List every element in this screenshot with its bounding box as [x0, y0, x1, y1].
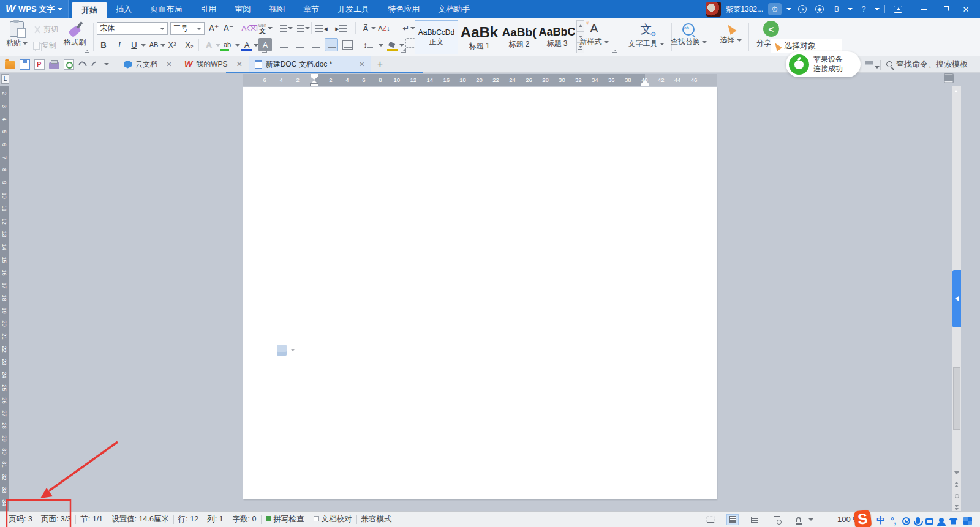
new-tab-button[interactable]: + [371, 59, 389, 70]
username[interactable]: 紫菜1382... [726, 4, 763, 15]
eye-protect-lamp-icon[interactable] [793, 514, 805, 525]
style-cell-2[interactable]: AaBb(标题 2 [500, 20, 538, 54]
restore-button[interactable] [937, 3, 953, 15]
command-search[interactable]: 查找命令、搜索模板 [886, 59, 968, 70]
ribbon-tab-8[interactable]: 特色应用 [379, 0, 429, 18]
format-painter-button[interactable]: 格式刷 [64, 21, 86, 48]
sidebar-toggle[interactable] [952, 270, 961, 327]
chevron-down-icon[interactable] [399, 44, 404, 47]
proofing-toggle[interactable]: 文档校对 [309, 514, 356, 525]
close-icon[interactable]: ✕ [359, 60, 365, 69]
chevron-down-icon[interactable] [288, 27, 293, 29]
underline-button[interactable]: U [127, 38, 141, 51]
grow-font-button[interactable]: A⁺ [207, 21, 221, 35]
align-left-button[interactable] [277, 38, 290, 51]
ribbon-tab-0[interactable]: 开始 [72, 2, 107, 18]
export-pdf-icon[interactable] [34, 59, 45, 70]
text-effects-button[interactable]: A [202, 38, 216, 51]
char-scale-button[interactable]: A⃗ [359, 21, 372, 35]
style-cell-0[interactable]: AaBbCcDd正文 [415, 20, 458, 54]
pinwheel-icon[interactable]: ◑ [796, 3, 809, 15]
chevron-down-icon[interactable] [379, 44, 383, 47]
doc-tab-cloud[interactable]: 云文档 ✕ [118, 56, 178, 73]
user-avatar[interactable] [706, 2, 721, 17]
chevron-down-icon[interactable] [141, 44, 146, 47]
close-icon[interactable]: ✕ [236, 60, 243, 69]
print-preview-icon[interactable] [64, 59, 74, 70]
scroll-up-icon[interactable] [954, 90, 958, 92]
undo-icon[interactable] [77, 59, 88, 70]
style-dialog-launcher-icon[interactable] [612, 48, 617, 53]
chevron-down-icon[interactable] [254, 44, 258, 47]
emoji-icon[interactable] [902, 517, 910, 525]
ribbon-tab-3[interactable]: 引用 [191, 0, 225, 18]
align-right-button[interactable] [309, 38, 322, 51]
clear-format-button[interactable]: A⌫ [241, 21, 258, 35]
superscript-button[interactable]: X² [165, 38, 179, 51]
text-tool-button[interactable]: 文⚙ 文字工具 [625, 21, 668, 49]
save-icon[interactable] [20, 59, 30, 70]
ribbon-tab-9[interactable]: 文档助手 [429, 0, 479, 18]
sogou-logo-icon[interactable]: S [854, 510, 872, 527]
horizontal-ruler[interactable]: 6422468101214161820222426283032343638404… [243, 74, 717, 86]
vip-badge-icon[interactable]: ♔ [768, 3, 782, 15]
ribbon-tab-1[interactable]: 插入 [107, 0, 141, 18]
chevron-down-icon[interactable] [875, 8, 880, 10]
font-color-button[interactable]: A [240, 38, 254, 51]
paste-button[interactable]: 粘贴 [6, 21, 28, 48]
strikethrough-button[interactable]: AB [147, 38, 160, 51]
doc-tab-active[interactable]: 新建DOC 文档.doc * ✕ [249, 56, 371, 73]
new-style-button[interactable]: A✳ 新样式 [575, 21, 614, 47]
copy-button[interactable]: 复制 [33, 40, 56, 51]
customize-toolbar-icon[interactable] [104, 63, 109, 65]
close-button[interactable]: ✕ [958, 3, 974, 15]
help-icon[interactable]: ? [858, 3, 870, 15]
task-pane-icon[interactable] [944, 73, 954, 83]
find-replace-button[interactable]: ab 查找替换 [665, 21, 712, 47]
sort-button[interactable]: AZ↓ [377, 21, 391, 35]
align-center-button[interactable] [293, 38, 306, 51]
ribbon-tab-4[interactable]: 审阅 [225, 0, 260, 18]
ribbon-tab-2[interactable]: 页面布局 [141, 0, 191, 18]
distribute-button[interactable] [341, 38, 354, 51]
pinyin-guide-button[interactable]: wén文 [258, 21, 273, 35]
gem-icon[interactable]: ◆ [813, 3, 826, 15]
previous-page-icon[interactable] [954, 482, 960, 487]
shrink-font-button[interactable]: A⁻ [222, 21, 235, 35]
select-browse-object-icon[interactable] [954, 494, 960, 498]
select-button[interactable]: 选择 [715, 21, 746, 45]
skin-icon[interactable]: B [831, 3, 843, 15]
punctuation-icon[interactable]: °, [891, 516, 897, 526]
chevron-down-icon[interactable] [160, 44, 165, 47]
subscript-button[interactable]: X₂ [183, 38, 196, 51]
app-menu-button[interactable]: W WPS 文字 [0, 0, 69, 18]
minimize-button[interactable] [916, 3, 932, 15]
chevron-down-icon[interactable] [875, 66, 880, 69]
font-dialog-launcher-icon[interactable] [262, 48, 267, 53]
fullscreen-view-icon[interactable] [704, 514, 717, 525]
ribbon-tab-6[interactable]: 章节 [294, 0, 328, 18]
page-view-icon[interactable] [726, 514, 739, 525]
spell-check-toggle[interactable]: 拼写检查 [262, 514, 309, 525]
status-word-count[interactable]: 字数: 0 [228, 514, 261, 525]
clipboard-dialog-launcher-icon[interactable] [85, 48, 89, 53]
shading-fill-button[interactable] [386, 38, 399, 51]
redo-icon[interactable] [90, 59, 101, 70]
chevron-down-icon[interactable] [371, 27, 376, 29]
apple-device-notification[interactable]: 苹果设备连接成功 [786, 51, 861, 77]
chevron-down-icon[interactable] [305, 27, 310, 29]
paste-options-button[interactable] [277, 345, 295, 356]
increase-indent-button[interactable]: ▸ [334, 21, 348, 35]
line-spacing-button[interactable]: ↕ [361, 38, 375, 51]
scrollbar-thumb[interactable] [953, 367, 960, 430]
ribbon-tab-7[interactable]: 开发工具 [328, 0, 379, 18]
hide-ribbon-icon[interactable] [890, 3, 906, 15]
bold-button[interactable]: B [97, 38, 110, 51]
vertical-ruler[interactable]: 2345678910111213141516171819202122232425… [0, 86, 9, 511]
scroll-down-icon[interactable] [954, 471, 960, 474]
web-layout-view-icon[interactable] [771, 514, 783, 525]
highlight-button[interactable]: ab [221, 38, 234, 51]
tab-stop-selector[interactable]: L [1, 74, 9, 84]
chevron-down-icon[interactable] [235, 44, 240, 47]
borders-button[interactable] [405, 38, 415, 48]
